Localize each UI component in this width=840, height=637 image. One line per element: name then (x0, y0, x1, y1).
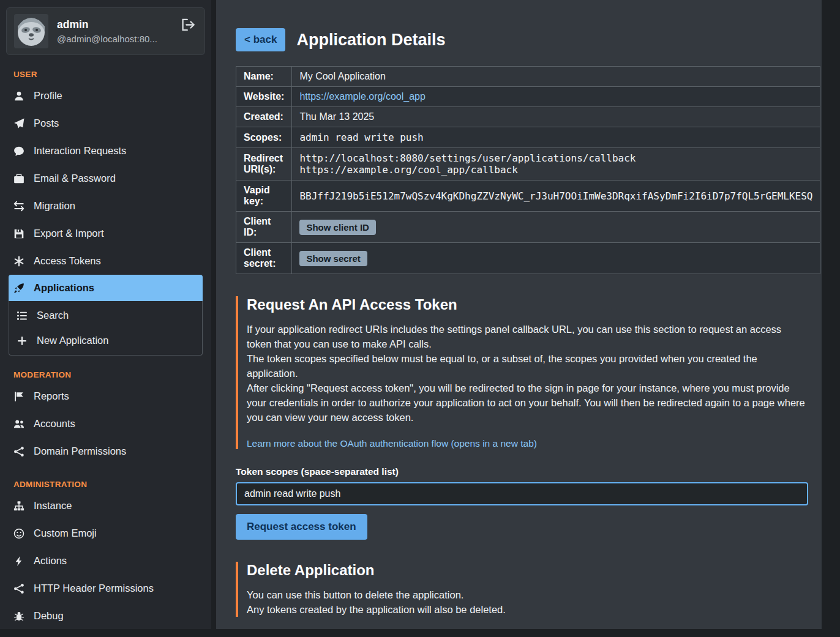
sidebar-item-export-import[interactable]: Export & Import (0, 220, 211, 247)
token-scopes-label: Token scopes (space-separated list) (236, 466, 808, 477)
token-scopes-input[interactable] (236, 482, 808, 505)
delete-application-heading: Delete Application (247, 562, 808, 579)
applications-submenu: SearchNew Application (9, 301, 203, 356)
sidebar-item-new-application[interactable]: New Application (9, 328, 202, 353)
detail-label: Name: (236, 67, 292, 87)
sidebar-item-migration[interactable]: Migration (0, 192, 211, 220)
sidebar-item-instance[interactable]: Instance (0, 492, 211, 520)
token-section-paragraph: If your application redirect URIs includ… (247, 322, 808, 351)
sidebar-item-accounts[interactable]: Accounts (0, 410, 211, 438)
sidebar-item-label: Search (37, 309, 69, 322)
website-link[interactable]: https://example.org/cool_app (299, 91, 425, 102)
sidebar-item-applications[interactable]: Applications (9, 275, 203, 301)
detail-row-client-id: Client ID:Show client ID (236, 212, 820, 243)
sidebar-item-custom-emoji[interactable]: Custom Emoji (0, 520, 211, 547)
token-section-paragraph: The token scopes specified below must be… (247, 351, 808, 381)
detail-value: http://localhost:8080/settings/user/appl… (292, 148, 820, 181)
sidebar-nav: USERProfilePostsInteraction RequestsEmai… (0, 70, 211, 629)
sidebar-item-actions[interactable]: Actions (0, 547, 211, 575)
token-section-paragraph: After clicking "Request access token", y… (247, 381, 808, 425)
redirect-uri: http://localhost:8080/settings/user/appl… (299, 152, 812, 164)
show-secret-button[interactable]: Show secret (299, 251, 367, 266)
sidebar-item-http-header-permissions[interactable]: HTTP Header Permissions (0, 575, 211, 602)
sidebar-item-debug[interactable]: Debug (0, 602, 211, 629)
sidebar-item-profile[interactable]: Profile (0, 82, 211, 110)
paper-plane-icon (13, 118, 24, 129)
sidebar-item-label: HTTP Header Permissions (34, 582, 154, 595)
sidebar-item-label: Migration (34, 199, 75, 212)
sidebar-item-label: Domain Permissions (34, 445, 126, 458)
detail-label: Redirect URI(s): (236, 148, 292, 181)
detail-label: Client ID: (236, 212, 292, 243)
detail-label: Scopes: (236, 127, 292, 148)
sidebar-item-posts[interactable]: Posts (0, 110, 211, 137)
main-content: < back Application Details Name:My Cool … (216, 0, 822, 629)
detail-label: Vapid key: (236, 181, 292, 212)
detail-row-created: Created:Thu Mar 13 2025 (236, 107, 820, 127)
sidebar-item-label: Profile (34, 89, 62, 102)
detail-row-name: Name:My Cool Application (236, 67, 820, 87)
detail-value: Show secret (292, 243, 820, 274)
sidebar-item-label: Email & Password (34, 172, 116, 185)
user-card: admin @admin@localhost:80... (6, 7, 205, 55)
sidebar-item-label: New Application (37, 334, 108, 347)
sidebar-item-label: Interaction Requests (34, 144, 126, 157)
nav-section-heading-user: USER (13, 70, 211, 79)
oauth-docs-link[interactable]: Learn more about the OAuth authenticatio… (247, 438, 537, 449)
smiley-icon (13, 528, 24, 539)
back-button[interactable]: < back (236, 28, 285, 51)
application-details-page: admin @admin@localhost:80... USERProfile… (0, 0, 840, 637)
sidebar-item-interaction-requests[interactable]: Interaction Requests (0, 137, 211, 165)
show-client-id-button[interactable]: Show client ID (299, 220, 376, 235)
detail-row-vapid-key: Vapid key:BBJffJ219b5iE512m7wQSzv4KgKDhg… (236, 181, 820, 212)
list-icon (17, 310, 28, 321)
detail-row-redirect-uri-s: Redirect URI(s):http://localhost:8080/se… (236, 148, 820, 181)
redirect-uri: https://example.org/cool_app/callback (299, 164, 812, 176)
rocket-icon (13, 283, 24, 294)
sidebar-item-label: Accounts (34, 417, 75, 430)
logout-icon[interactable] (181, 18, 195, 32)
sidebar-item-label: Applications (34, 281, 94, 294)
sidebar-item-label: Export & Import (34, 227, 104, 240)
sidebar-item-email-password[interactable]: Email & Password (0, 165, 211, 192)
sidebar-item-access-tokens[interactable]: Access Tokens (0, 247, 211, 275)
floppy-disk-icon (13, 228, 24, 239)
user-name: admin (57, 18, 157, 31)
detail-label: Created: (236, 107, 292, 127)
nav-section-heading-administration: ADMINISTRATION (13, 480, 211, 489)
request-access-token-button[interactable]: Request access token (236, 514, 367, 540)
detail-value: Show client ID (292, 212, 820, 243)
request-token-section: Request An API Access Token If your appl… (236, 296, 808, 449)
detail-row-client-secret: Client secret:Show secret (236, 243, 820, 274)
sidebar-item-reports[interactable]: Reports (0, 382, 211, 410)
application-details-table: Name:My Cool ApplicationWebsite:https://… (236, 66, 820, 274)
bolt-icon (13, 556, 24, 567)
user-info: admin @admin@localhost:80... (57, 18, 157, 44)
detail-row-website: Website:https://example.org/cool_app (236, 87, 820, 107)
sidebar-item-label: Debug (34, 609, 64, 622)
sidebar-item-search[interactable]: Search (9, 303, 202, 328)
sidebar-item-domain-permissions[interactable]: Domain Permissions (0, 438, 211, 465)
user-handle: @admin@localhost:80... (57, 34, 157, 44)
detail-label: Client secret: (236, 243, 292, 274)
exchange-icon (13, 201, 24, 212)
share-nodes-icon (13, 583, 24, 594)
briefcase-icon (13, 173, 24, 184)
avatar (14, 14, 48, 48)
delete-section-paragraph: You can use this button to delete the ap… (247, 587, 808, 602)
comment-icon (13, 146, 24, 157)
request-token-description: If your application redirect URIs includ… (247, 322, 808, 425)
delete-section-paragraph: Any tokens created by the application wi… (247, 602, 808, 617)
sidebar-item-label: Instance (34, 499, 72, 512)
request-token-heading: Request An API Access Token (247, 296, 808, 313)
detail-row-scopes: Scopes:admin read write push (236, 127, 820, 148)
detail-value: Thu Mar 13 2025 (292, 107, 820, 127)
applications-group: ApplicationsSearchNew Application (9, 275, 203, 356)
users-icon (13, 419, 24, 430)
page-title: Application Details (296, 31, 445, 50)
flag-icon (13, 391, 24, 402)
detail-label: Website: (236, 87, 292, 107)
detail-value: admin read write push (292, 127, 820, 148)
delete-application-description: You can use this button to delete the ap… (247, 587, 808, 617)
detail-value: My Cool Application (292, 67, 820, 87)
